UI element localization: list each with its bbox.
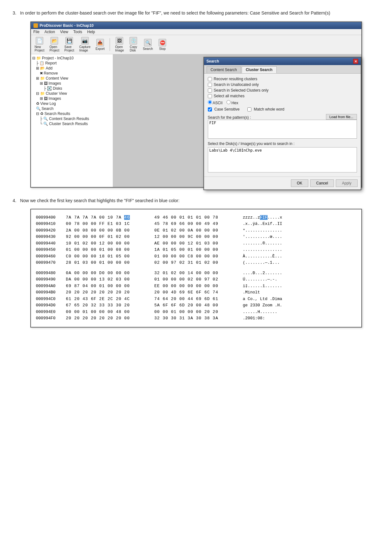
tab-content-search[interactable]: Content Search (207, 66, 241, 73)
checkbox-search-selected-clusters-row: Search in Selected Clusters only (208, 88, 357, 93)
hex-row-000994B0: 000994B0 20 20 20 20 20 20 20 20 20 00 4… (36, 289, 356, 296)
prodiscover-window: ProDiscover Basic - InChap10 File Action… (30, 21, 362, 188)
stop-icon: ⛔ (159, 39, 166, 46)
pattern-textarea[interactable]: FIF (208, 120, 357, 139)
tree-cluster-view[interactable]: ⊟ 📁 Cluster View (32, 91, 112, 96)
checkbox-recover-clusters[interactable] (208, 77, 212, 81)
hex-row-00099430: 00099430 92 00 00 00 0F 01 02 00 12 00 0… (36, 234, 356, 240)
checkbox-match-whole-word-label: Match whole word (254, 107, 285, 111)
toolbar-open-project[interactable]: 📂 OpenProject (48, 36, 61, 53)
hex-row-00099460: 00099460 C0 00 00 00 18 01 05 00 01 00 0… (36, 253, 356, 260)
checkbox-recover-clusters-row: Recover resulting clusters (208, 77, 357, 81)
menu-tools[interactable]: Tools (73, 30, 82, 34)
cancel-button[interactable]: Cancel (310, 179, 334, 187)
tree-report-icon: ├ 📋 (36, 61, 45, 65)
open-image-icon: 🖼 (116, 37, 123, 45)
open-project-icon: 📂 (51, 37, 58, 45)
dialog-buttons: OK Cancel Apply (204, 177, 361, 190)
menu-help[interactable]: Help (87, 30, 95, 34)
tree-search-results[interactable]: ⊟ ♻ Search Results (32, 111, 112, 116)
tree-disks-content-icon: ├ 💽 (44, 86, 52, 91)
checkbox-recover-clusters-label: Recover resulting clusters (214, 77, 257, 81)
menu-action[interactable]: Action (45, 30, 55, 34)
tree-remove[interactable]: ✖ Remove (32, 71, 112, 76)
case-sensitive-row: Case Sensitive Match whole word (208, 107, 357, 111)
tree-remove-icon: ✖ (40, 71, 43, 75)
search-dialog: Search ✕ Content Search Cluster Search R… (203, 57, 361, 190)
toolbar-search[interactable]: 🔍 Search (142, 38, 154, 51)
search-dialog-tabs: Content Search Cluster Search (204, 65, 361, 74)
radio-encoding-row: ASCII Hex (208, 100, 357, 105)
tree-images-cluster[interactable]: ⊞ 🖼 Images (32, 96, 112, 101)
ok-button[interactable]: OK (291, 179, 308, 187)
toolbar-capture-image[interactable]: 📷 CaptureImage (78, 36, 92, 53)
tree-view-log[interactable]: ♻ View Log (32, 101, 112, 106)
toolbar-new-project[interactable]: 📄 NewProject (33, 36, 46, 53)
tree-project-root[interactable]: ⊟ 📁 Project - InChap10 (32, 56, 112, 61)
hex-row-00099450: 00099450 01 00 00 00 01 00 08 00 1A 01 0… (36, 247, 356, 253)
checkbox-match-whole-word[interactable] (247, 107, 251, 111)
radio-hex[interactable] (226, 100, 231, 104)
checkbox-search-unallocated-row: Search in Unallocated only (208, 82, 357, 87)
checkbox-search-selected-clusters[interactable] (208, 88, 212, 93)
tree-images-content-icon: ⊞ 🖼 (40, 81, 48, 86)
tree-cluster-search-results[interactable]: └ 🔍 Cluster Search Results (32, 121, 112, 126)
tree-report[interactable]: ├ 📋 Report (32, 61, 112, 66)
tree-cluster-view-icon: ⊟ 📁 (36, 91, 45, 96)
checkbox-search-unallocated-label: Search in Unallocated only (214, 82, 259, 87)
search-icon: 🔍 (144, 39, 152, 46)
toolbar-stop[interactable]: ⛔ Stop (157, 38, 168, 51)
toolbar: 📄 NewProject 📂 OpenProject 💾 SaveProject… (31, 35, 361, 54)
disk-label: Select the Disk(s) / Image(s) you want t… (208, 142, 357, 146)
hex-row-000994F0: 000994F0 20 20 20 20 20 20 20 00 32 30 3… (36, 315, 356, 322)
step4-number: 4. (13, 198, 16, 203)
hex-row-000994C0: 000994C0 61 20 43 6F 2E 2C 20 4C 74 64 2… (36, 296, 356, 302)
hex-spacer (36, 266, 356, 270)
new-project-icon: 📄 (36, 37, 43, 45)
checkbox-search-unallocated[interactable] (208, 83, 212, 87)
window-title: ProDiscover Basic - InChap10 (40, 23, 94, 28)
tree-content-search-results[interactable]: ├ 🔍 Content Search Results (32, 116, 112, 121)
search-dialog-content: Recover resulting clusters Search in Una… (204, 74, 361, 177)
copy-disk-icon: 💿 (130, 37, 137, 45)
hex-row-000994A0: 000994A0 69 87 04 00 01 00 00 00 EE 00 0… (36, 283, 356, 289)
tree-images-content[interactable]: ⊞ 🖼 Images (32, 81, 112, 86)
tree-content-view-icon: ⊞ 📁 (36, 76, 45, 81)
disk-textarea[interactable]: Labs\Lab 4\C10InChp.eve (208, 147, 357, 172)
radio-hex-label: Hex (226, 100, 238, 105)
tree-content-view[interactable]: ⊞ 📁 Content View (32, 76, 112, 81)
hex-row-00099420: 00099420 2A 00 08 00 00 00 0B 00 0E 01 0… (36, 227, 356, 234)
search-dialog-titlebar: Search ✕ (204, 57, 361, 65)
load-from-file-button[interactable]: Load from file... (326, 114, 357, 120)
tab-cluster-search[interactable]: Cluster Search (242, 66, 277, 73)
tree-content-search-results-icon: ├ 🔍 (40, 117, 48, 121)
hex-row-00099480: 00099480 0A 00 00 00 D0 00 00 00 32 01 0… (36, 270, 356, 276)
save-project-icon: 💾 (65, 37, 73, 45)
step3-paragraph: 3. In order to perform the cluster-based… (13, 9, 379, 16)
toolbar-separator (110, 38, 110, 51)
tree-add[interactable]: ⊞ 📂 Add (32, 66, 112, 71)
search-dialog-close[interactable]: ✕ (353, 59, 358, 64)
apply-button[interactable]: Apply (336, 179, 357, 187)
hex-row-00099440: 00099440 10 01 02 00 12 00 00 00 AE 00 0… (36, 240, 356, 247)
prodiscover-titlebar: ProDiscover Basic - InChap10 (31, 22, 361, 29)
toolbar-save-project[interactable]: 💾 SaveProject (63, 36, 75, 53)
menu-bar: File Action View Tools Help (31, 29, 361, 35)
app-icon (33, 23, 38, 28)
hex-row-00099400: 00099400 7A 7A 7A 7A 00 10 7A 46 49 46 0… (36, 214, 356, 221)
radio-ascii[interactable] (208, 100, 212, 104)
toolbar-copy-disk[interactable]: 💿 CopyDisk (128, 36, 139, 53)
toolbar-open-image[interactable]: 🖼 OpenImage (114, 36, 125, 53)
menu-view[interactable]: View (60, 30, 68, 34)
menu-file[interactable]: File (33, 30, 39, 34)
tree-folder-icon: ⊟ 📁 (32, 56, 41, 60)
radio-ascii-label: ASCII (208, 100, 223, 105)
step4-paragraph: 4. Now we check the first key search tha… (13, 197, 379, 204)
pattern-label: Search for the pattern(s) : (208, 115, 251, 120)
toolbar-export[interactable]: 📤 Export (94, 38, 106, 51)
checkbox-case-sensitive[interactable] (208, 107, 212, 111)
tree-search[interactable]: 🔍 Search (32, 106, 112, 111)
checkbox-select-all-matches[interactable] (208, 94, 212, 98)
tree-view-log-icon: ♻ (36, 101, 39, 106)
tree-disks-content[interactable]: ├ 💽 Disks (32, 86, 112, 91)
